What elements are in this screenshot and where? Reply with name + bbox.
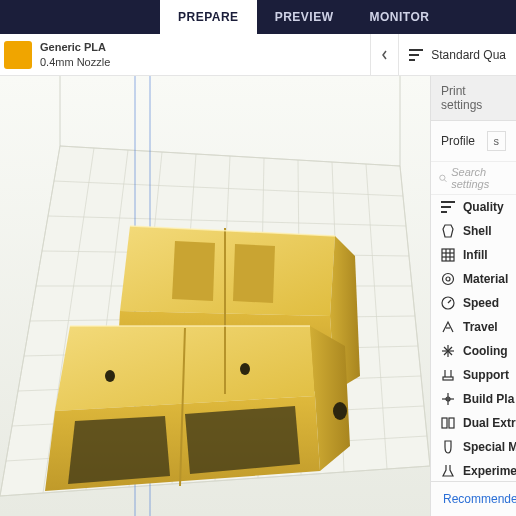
svg-rect-52: [441, 211, 447, 213]
print-settings-panel: Print settings Profile s Search settings…: [430, 76, 516, 516]
category-label: Build Pla: [463, 392, 514, 406]
tab-preview[interactable]: PREVIEW: [257, 0, 352, 34]
category-label: Travel: [463, 320, 498, 334]
category-label: Cooling: [463, 344, 508, 358]
buildplate-icon: [441, 392, 455, 406]
category-buildplate[interactable]: Build Pla: [431, 387, 516, 411]
category-label: Dual Extr: [463, 416, 516, 430]
svg-rect-74: [449, 418, 454, 428]
nozzle-label: 0.4mm Nozzle: [40, 55, 110, 69]
svg-point-59: [446, 277, 450, 281]
category-label: Infill: [463, 248, 488, 262]
category-special[interactable]: Special M: [431, 435, 516, 459]
category-speed[interactable]: Speed: [431, 291, 516, 315]
svg-marker-39: [68, 416, 170, 484]
recommended-link[interactable]: Recommende: [431, 481, 516, 516]
shell-icon: [441, 224, 455, 238]
quality-selector[interactable]: Standard Qua: [398, 34, 516, 75]
category-cooling[interactable]: Cooling: [431, 339, 516, 363]
category-list: QualityShellInfillMaterialSpeedTravelCoo…: [431, 195, 516, 481]
cooling-icon: [441, 344, 455, 358]
search-icon: [439, 173, 447, 184]
category-infill[interactable]: Infill: [431, 243, 516, 267]
category-label: Support: [463, 368, 509, 382]
svg-rect-1: [409, 54, 419, 56]
main-tabs: PREPARE PREVIEW MONITOR: [0, 0, 516, 34]
quality-icon: [441, 200, 455, 214]
svg-rect-67: [443, 377, 453, 380]
svg-point-41: [333, 402, 347, 420]
special-icon: [441, 440, 455, 454]
category-travel[interactable]: Travel: [431, 315, 516, 339]
svg-line-49: [444, 179, 446, 181]
svg-marker-31: [120, 226, 335, 316]
svg-rect-51: [441, 206, 451, 208]
search-settings[interactable]: Search settings: [431, 161, 516, 195]
category-label: Experime: [463, 464, 516, 478]
category-material[interactable]: Material: [431, 267, 516, 291]
dual-icon: [441, 416, 455, 430]
profile-selector[interactable]: s: [487, 131, 507, 151]
chevron-left-icon: [380, 50, 390, 60]
category-experimental[interactable]: Experime: [431, 459, 516, 481]
svg-line-61: [448, 300, 451, 303]
panel-title: Print settings: [431, 76, 516, 121]
quality-label: Standard Qua: [431, 48, 506, 62]
profile-row: Profile s: [431, 121, 516, 161]
material-swatch[interactable]: [4, 41, 32, 69]
collapse-button[interactable]: [370, 34, 398, 75]
svg-rect-0: [409, 49, 423, 51]
svg-point-48: [440, 175, 445, 180]
svg-rect-73: [442, 418, 447, 428]
category-label: Material: [463, 272, 508, 286]
tab-monitor[interactable]: MONITOR: [351, 0, 447, 34]
svg-rect-2: [409, 59, 415, 61]
category-dual[interactable]: Dual Extr: [431, 411, 516, 435]
configuration-bar: Generic PLA 0.4mm Nozzle Standard Qua: [0, 34, 516, 76]
svg-rect-50: [441, 201, 455, 203]
build-plate-viewport[interactable]: [0, 76, 430, 516]
svg-marker-35: [233, 244, 275, 303]
svg-point-58: [443, 274, 454, 285]
category-support[interactable]: Support: [431, 363, 516, 387]
svg-point-43: [240, 363, 250, 375]
tab-prepare[interactable]: PREPARE: [160, 0, 257, 34]
svg-rect-53: [442, 249, 454, 261]
speed-icon: [441, 296, 455, 310]
quality-bars-icon: [409, 49, 423, 61]
category-label: Quality: [463, 200, 504, 214]
profile-label: Profile: [441, 134, 475, 148]
svg-point-42: [105, 370, 115, 382]
travel-icon: [441, 320, 455, 334]
svg-marker-34: [172, 241, 215, 301]
support-icon: [441, 368, 455, 382]
infill-icon: [441, 248, 455, 262]
material-icon: [441, 272, 455, 286]
material-name: Generic PLA: [40, 40, 110, 54]
category-label: Speed: [463, 296, 499, 310]
svg-marker-40: [185, 406, 300, 474]
material-text[interactable]: Generic PLA 0.4mm Nozzle: [40, 40, 110, 69]
category-label: Shell: [463, 224, 492, 238]
category-label: Special M: [463, 440, 516, 454]
category-quality[interactable]: Quality: [431, 195, 516, 219]
category-shell[interactable]: Shell: [431, 219, 516, 243]
experimental-icon: [441, 464, 455, 478]
